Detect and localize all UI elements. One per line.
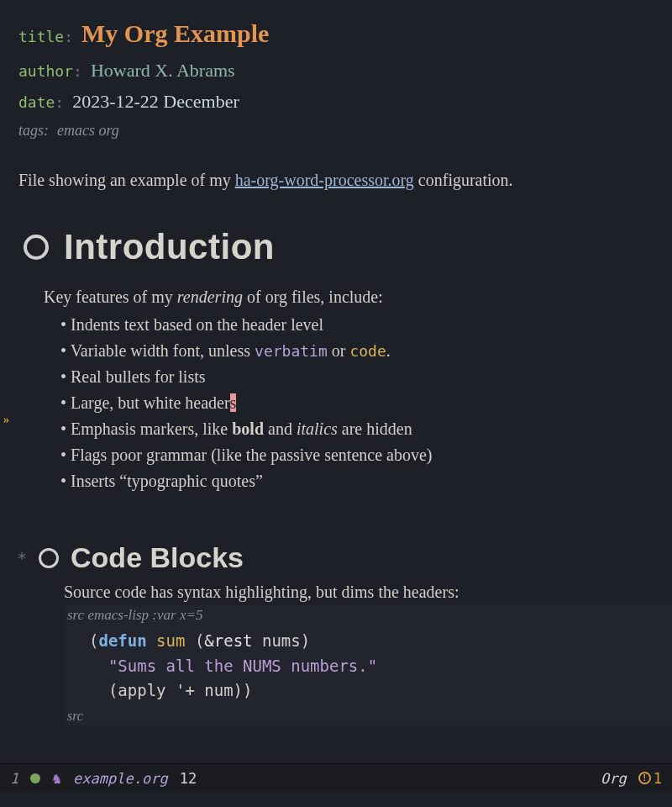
minibuffer[interactable] bbox=[0, 792, 672, 807]
meta-key-tags: tags: bbox=[18, 118, 49, 144]
modeline-flycheck[interactable]: ! 1 bbox=[638, 770, 662, 787]
modeline-filename[interactable]: example.org bbox=[73, 770, 168, 787]
meta-key-author: author bbox=[18, 62, 73, 80]
meta-key-date: date bbox=[18, 93, 55, 111]
list-item: Flags poor grammar (like the passive sen… bbox=[60, 442, 654, 468]
heading-code-blocks[interactable]: * Code Blocks bbox=[17, 541, 654, 574]
warning-count: 1 bbox=[654, 770, 662, 787]
list-item: Indents text based on the header level bbox=[60, 312, 654, 338]
code-text: code bbox=[349, 342, 386, 360]
list-item: Emphasis markers, like bold and italics … bbox=[60, 416, 654, 442]
doc-title: My Org Example bbox=[81, 12, 269, 55]
editor-buffer[interactable]: title: My Org Example author: Howard X. … bbox=[0, 0, 672, 807]
list-item: Variable width font, unless verbatim or … bbox=[60, 338, 654, 364]
section-introduction-body: Key features of my rendering of org file… bbox=[44, 287, 654, 494]
heading-text: Introduction bbox=[64, 227, 275, 267]
heading-text: Code Blocks bbox=[71, 541, 244, 574]
config-link[interactable]: ha-org-word-processor.org bbox=[235, 171, 414, 189]
doc-date: 2023-12-22 December bbox=[72, 86, 239, 117]
text-cursor: s bbox=[230, 393, 237, 412]
feature-list: Indents text based on the header level V… bbox=[60, 312, 654, 494]
list-item: Inserts “typographic quotes” bbox=[60, 468, 654, 494]
meta-author-line: author: Howard X. Abrams bbox=[18, 55, 654, 86]
src-block[interactable]: (defun sum (&rest nums) "Sums all the NU… bbox=[64, 625, 672, 706]
heading-bullet-icon bbox=[39, 548, 59, 568]
modeline-status-dot-icon bbox=[30, 773, 40, 783]
verbatim-text: verbatim bbox=[255, 342, 328, 360]
meta-key-title: title bbox=[18, 28, 64, 45]
modeline-window-number: 1 bbox=[10, 770, 18, 787]
org-star-icon: * bbox=[17, 548, 27, 568]
modeline-major-mode[interactable]: Org bbox=[601, 770, 627, 787]
modeline-logo-icon: ♞ bbox=[52, 769, 61, 787]
doc-tags: emacs org bbox=[57, 118, 119, 144]
warning-icon: ! bbox=[638, 772, 651, 784]
heading-introduction[interactable]: Introduction bbox=[24, 227, 654, 267]
doc-author: Howard X. Abrams bbox=[91, 55, 235, 86]
section-code-blocks-body: Source code has syntax highlighting, but… bbox=[64, 583, 654, 725]
heading-bullet-icon bbox=[24, 235, 49, 260]
meta-title-line: title: My Org Example bbox=[18, 12, 654, 55]
modeline[interactable]: 1 ♞ example.org 12 Org ! 1 bbox=[0, 763, 672, 792]
fringe-indicator-icon: » bbox=[3, 414, 9, 427]
code-lead: Source code has syntax highlighting, but… bbox=[64, 583, 654, 602]
intro-lead: Key features of my rendering of org file… bbox=[44, 287, 654, 307]
meta-date-line: date: 2023-12-22 December bbox=[18, 86, 654, 117]
modeline-line-number: 12 bbox=[180, 770, 197, 787]
list-item: Real bullets for lists bbox=[60, 364, 654, 390]
list-item: Large, but white headers bbox=[60, 390, 654, 416]
src-block-footer: src bbox=[64, 707, 672, 725]
intro-paragraph: File showing an example of my ha-org-wor… bbox=[18, 168, 654, 192]
src-block-header: src emacs-lisp :var x=5 bbox=[64, 605, 672, 625]
meta-tags-line: tags: emacs org bbox=[18, 118, 654, 144]
